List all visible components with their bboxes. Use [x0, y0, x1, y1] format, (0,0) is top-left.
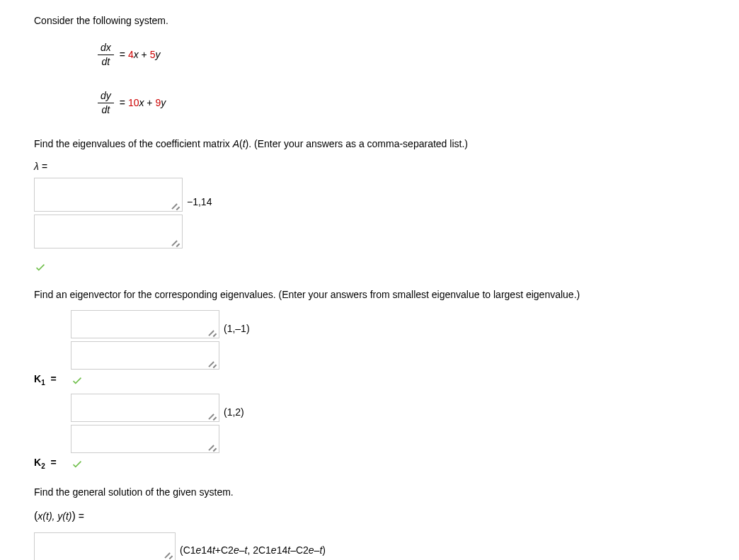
general-lhs: (x(t), y(t)) = [34, 508, 705, 524]
checkmark-icon [71, 374, 84, 387]
resize-handle-icon[interactable] [171, 236, 179, 245]
eigenvalues-prompt: Find the eigenvalues of the coefficient … [34, 137, 705, 152]
k2-input-2[interactable] [71, 425, 219, 453]
resize-handle-icon[interactable] [207, 441, 216, 450]
eq1-numerator: dx [98, 41, 114, 56]
general-input-1[interactable] [34, 532, 176, 560]
checkmark-icon [71, 457, 84, 470]
checkmark-icon [34, 261, 47, 273]
equation-1: dx dt = 4x + 5y [98, 41, 705, 69]
k1-label: K1 = [34, 372, 65, 388]
resize-handle-icon[interactable] [207, 326, 216, 335]
k1-answer: (1,–1) [224, 322, 250, 339]
k2-label: K2 = [34, 456, 65, 472]
equation-block: dx dt = 4x + 5y dy dt = 10x + 9y [98, 41, 705, 118]
resize-handle-icon[interactable] [207, 358, 216, 366]
eq2-numerator: dy [98, 89, 114, 104]
k2-answer: (1,2) [224, 406, 244, 423]
equation-2: dy dt = 10x + 9y [98, 89, 705, 118]
resize-handle-icon[interactable] [171, 200, 179, 208]
general-solution-prompt: Find the general solution of the given s… [34, 486, 705, 500]
lambda-label: λ = [34, 160, 705, 174]
general-answer: (C1e14t+C2e–t, 2C1e14t–C2e–t) [180, 544, 326, 560]
k2-input-1[interactable] [71, 394, 219, 422]
coef-c: 10 [128, 97, 139, 108]
coef-a: 4 [128, 49, 134, 60]
k1-input-2[interactable] [71, 341, 219, 370]
eigenvector-prompt: Find an eigenvector for the correspondin… [34, 288, 705, 302]
resize-handle-icon[interactable] [207, 410, 216, 418]
lambda-input-2[interactable] [34, 215, 183, 248]
resize-handle-icon[interactable] [164, 549, 172, 557]
eq1-denominator: dt [98, 55, 114, 69]
intro-text: Consider the following system. [34, 14, 705, 28]
k1-input-1[interactable] [71, 310, 219, 338]
eq2-denominator: dt [98, 103, 114, 118]
lambda-input-1[interactable] [34, 178, 183, 212]
lambda-answer: −1,14 [187, 195, 212, 212]
